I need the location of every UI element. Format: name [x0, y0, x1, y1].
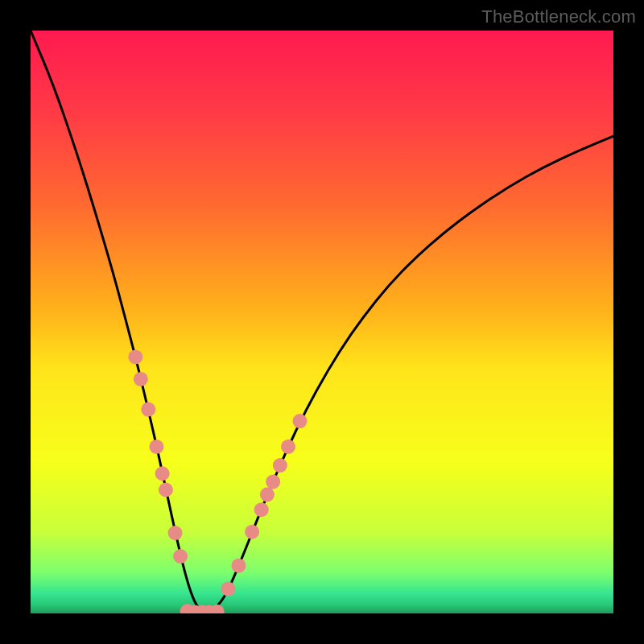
highlight-dot: [266, 474, 280, 489]
highlight-dot: [245, 525, 259, 539]
highlight-dot: [168, 526, 183, 540]
highlight-dot: [281, 440, 295, 454]
highlight-dot: [292, 414, 307, 428]
watermark-text: TheBottleneck.com: [481, 6, 636, 27]
highlight-dot: [254, 502, 269, 517]
highlight-dot: [159, 483, 173, 497]
highlight-dot: [173, 549, 188, 564]
highlight-dot: [134, 372, 148, 386]
highlight-dot: [128, 349, 142, 364]
plot-area: [31, 31, 613, 613]
highlight-dot: [141, 402, 155, 417]
chart-frame: TheBottleneck.com: [0, 0, 644, 644]
highlight-dot: [221, 582, 235, 597]
highlight-dots: [128, 349, 307, 613]
highlight-dot: [149, 440, 163, 454]
highlight-dot: [273, 458, 287, 473]
highlight-dot: [155, 466, 170, 481]
bottleneck-curve: [31, 31, 613, 613]
highlight-dot: [260, 487, 275, 502]
highlight-dot: [231, 559, 246, 573]
chart-svg: [31, 31, 613, 613]
